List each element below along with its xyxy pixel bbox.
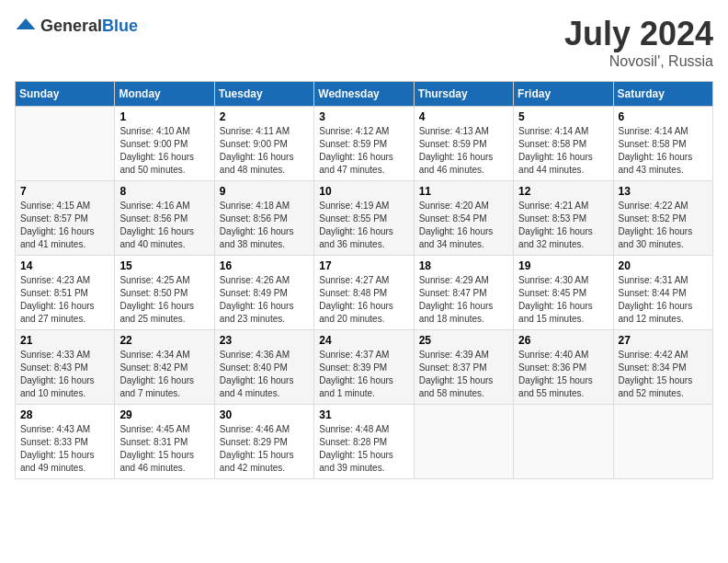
table-row: 9Sunrise: 4:18 AM Sunset: 8:56 PM Daylig… [214, 181, 313, 256]
day-number: 2 [220, 110, 309, 123]
day-number: 3 [319, 110, 408, 123]
day-number: 27 [619, 334, 708, 347]
table-row: 23Sunrise: 4:36 AM Sunset: 8:40 PM Dayli… [214, 330, 313, 405]
day-info: Sunrise: 4:34 AM Sunset: 8:42 PM Dayligh… [119, 349, 209, 400]
day-info: Sunrise: 4:13 AM Sunset: 8:59 PM Dayligh… [419, 125, 508, 177]
table-row: 2Sunrise: 4:11 AM Sunset: 9:00 PM Daylig… [214, 107, 313, 181]
day-info: Sunrise: 4:14 AM Sunset: 8:58 PM Dayligh… [619, 125, 708, 177]
day-info: Sunrise: 4:23 AM Sunset: 8:51 PM Dayligh… [20, 274, 109, 326]
table-row [514, 405, 613, 479]
day-info: Sunrise: 4:40 AM Sunset: 8:36 PM Dayligh… [518, 349, 608, 400]
col-wednesday: Wednesday [314, 82, 414, 107]
day-info: Sunrise: 4:10 AM Sunset: 9:00 PM Dayligh… [119, 125, 209, 177]
table-row: 28Sunrise: 4:43 AM Sunset: 8:33 PM Dayli… [16, 405, 115, 479]
day-info: Sunrise: 4:37 AM Sunset: 8:39 PM Dayligh… [319, 349, 408, 400]
table-row: 29Sunrise: 4:45 AM Sunset: 8:31 PM Dayli… [115, 405, 214, 479]
day-info: Sunrise: 4:33 AM Sunset: 8:43 PM Dayligh… [20, 349, 109, 400]
table-row: 10Sunrise: 4:19 AM Sunset: 8:55 PM Dayli… [314, 181, 414, 256]
calendar-title: July 2024 [564, 15, 713, 53]
day-number: 8 [119, 185, 209, 198]
day-number: 21 [20, 334, 109, 347]
table-row: 12Sunrise: 4:21 AM Sunset: 8:53 PM Dayli… [514, 181, 613, 256]
table-row: 27Sunrise: 4:42 AM Sunset: 8:34 PM Dayli… [613, 330, 712, 405]
day-number: 6 [619, 110, 708, 123]
day-number: 19 [518, 259, 608, 272]
table-row: 5Sunrise: 4:14 AM Sunset: 8:58 PM Daylig… [514, 107, 613, 181]
table-row: 15Sunrise: 4:25 AM Sunset: 8:50 PM Dayli… [115, 256, 214, 330]
day-info: Sunrise: 4:42 AM Sunset: 8:34 PM Dayligh… [619, 349, 708, 400]
table-row: 22Sunrise: 4:34 AM Sunset: 8:42 PM Dayli… [115, 330, 214, 405]
logo-icon [15, 15, 37, 37]
col-saturday: Saturday [613, 82, 712, 107]
day-number: 23 [220, 334, 309, 347]
calendar-location: Novosil', Russia [564, 53, 713, 70]
day-info: Sunrise: 4:29 AM Sunset: 8:47 PM Dayligh… [419, 274, 508, 326]
day-info: Sunrise: 4:21 AM Sunset: 8:53 PM Dayligh… [518, 200, 608, 251]
day-info: Sunrise: 4:48 AM Sunset: 8:28 PM Dayligh… [319, 423, 408, 475]
day-info: Sunrise: 4:36 AM Sunset: 8:40 PM Dayligh… [220, 349, 309, 400]
calendar-week-row: 1Sunrise: 4:10 AM Sunset: 9:00 PM Daylig… [16, 107, 713, 181]
day-number: 13 [619, 185, 708, 198]
table-row: 13Sunrise: 4:22 AM Sunset: 8:52 PM Dayli… [613, 181, 712, 256]
calendar-week-row: 21Sunrise: 4:33 AM Sunset: 8:43 PM Dayli… [16, 330, 713, 405]
day-info: Sunrise: 4:25 AM Sunset: 8:50 PM Dayligh… [119, 274, 209, 326]
col-tuesday: Tuesday [214, 82, 313, 107]
day-info: Sunrise: 4:45 AM Sunset: 8:31 PM Dayligh… [119, 423, 209, 475]
day-number: 10 [319, 185, 408, 198]
table-row: 16Sunrise: 4:26 AM Sunset: 8:49 PM Dayli… [214, 256, 313, 330]
day-info: Sunrise: 4:39 AM Sunset: 8:37 PM Dayligh… [419, 349, 508, 400]
calendar-week-row: 28Sunrise: 4:43 AM Sunset: 8:33 PM Dayli… [16, 405, 713, 479]
day-number: 28 [20, 408, 109, 421]
table-row: 26Sunrise: 4:40 AM Sunset: 8:36 PM Dayli… [514, 330, 613, 405]
calendar-week-row: 14Sunrise: 4:23 AM Sunset: 8:51 PM Dayli… [16, 256, 713, 330]
logo: GeneralBlue [15, 15, 138, 37]
day-number: 11 [419, 185, 508, 198]
day-info: Sunrise: 4:43 AM Sunset: 8:33 PM Dayligh… [20, 423, 109, 475]
table-row: 7Sunrise: 4:15 AM Sunset: 8:57 PM Daylig… [16, 181, 115, 256]
title-block: July 2024 Novosil', Russia [564, 15, 713, 70]
day-number: 24 [319, 334, 408, 347]
table-row: 8Sunrise: 4:16 AM Sunset: 8:56 PM Daylig… [115, 181, 214, 256]
day-number: 16 [220, 259, 309, 272]
page-header: GeneralBlue July 2024 Novosil', Russia [15, 15, 713, 70]
table-row: 19Sunrise: 4:30 AM Sunset: 8:45 PM Dayli… [514, 256, 613, 330]
col-friday: Friday [514, 82, 613, 107]
day-number: 26 [518, 334, 608, 347]
day-number: 12 [518, 185, 608, 198]
calendar-table: Sunday Monday Tuesday Wednesday Thursday… [15, 81, 713, 479]
day-number: 18 [419, 259, 508, 272]
table-row [613, 405, 712, 479]
day-number: 30 [220, 408, 309, 421]
day-info: Sunrise: 4:27 AM Sunset: 8:48 PM Dayligh… [319, 274, 408, 326]
day-number: 9 [220, 185, 309, 198]
day-number: 1 [119, 110, 209, 123]
day-info: Sunrise: 4:18 AM Sunset: 8:56 PM Dayligh… [220, 200, 309, 251]
day-number: 20 [619, 259, 708, 272]
day-number: 15 [119, 259, 209, 272]
day-info: Sunrise: 4:30 AM Sunset: 8:45 PM Dayligh… [518, 274, 608, 326]
table-row: 30Sunrise: 4:46 AM Sunset: 8:29 PM Dayli… [214, 405, 313, 479]
day-number: 29 [119, 408, 209, 421]
table-row: 4Sunrise: 4:13 AM Sunset: 8:59 PM Daylig… [414, 107, 513, 181]
day-info: Sunrise: 4:16 AM Sunset: 8:56 PM Dayligh… [119, 200, 209, 251]
day-info: Sunrise: 4:31 AM Sunset: 8:44 PM Dayligh… [619, 274, 708, 326]
logo-blue: Blue [102, 17, 138, 35]
day-info: Sunrise: 4:19 AM Sunset: 8:55 PM Dayligh… [319, 200, 408, 251]
table-row [414, 405, 513, 479]
day-info: Sunrise: 4:20 AM Sunset: 8:54 PM Dayligh… [419, 200, 508, 251]
col-monday: Monday [115, 82, 214, 107]
day-number: 25 [419, 334, 508, 347]
table-row: 31Sunrise: 4:48 AM Sunset: 8:28 PM Dayli… [314, 405, 414, 479]
col-sunday: Sunday [16, 82, 115, 107]
day-number: 7 [20, 185, 109, 198]
day-number: 4 [419, 110, 508, 123]
table-row [16, 107, 115, 181]
day-info: Sunrise: 4:46 AM Sunset: 8:29 PM Dayligh… [220, 423, 309, 475]
table-row: 20Sunrise: 4:31 AM Sunset: 8:44 PM Dayli… [613, 256, 712, 330]
day-info: Sunrise: 4:11 AM Sunset: 9:00 PM Dayligh… [220, 125, 309, 177]
day-number: 31 [319, 408, 408, 421]
table-row: 6Sunrise: 4:14 AM Sunset: 8:58 PM Daylig… [613, 107, 712, 181]
table-row: 25Sunrise: 4:39 AM Sunset: 8:37 PM Dayli… [414, 330, 513, 405]
day-info: Sunrise: 4:26 AM Sunset: 8:49 PM Dayligh… [220, 274, 309, 326]
table-row: 1Sunrise: 4:10 AM Sunset: 9:00 PM Daylig… [115, 107, 214, 181]
